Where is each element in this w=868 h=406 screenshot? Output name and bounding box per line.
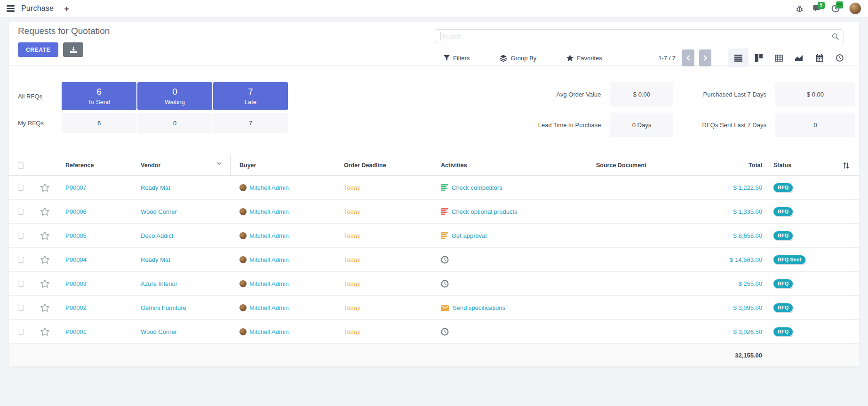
row-checkbox[interactable] xyxy=(18,329,24,335)
buyer-link[interactable]: Mitchell Admin xyxy=(249,184,289,191)
table-row[interactable]: P00002 Gemini Furniture Mitchell Admin T… xyxy=(9,296,859,320)
favorite-star-icon[interactable] xyxy=(40,255,49,264)
reference-link[interactable]: P00006 xyxy=(65,208,87,215)
status-badge: RFQ Sent xyxy=(773,255,805,264)
reference-link[interactable]: P00004 xyxy=(65,256,87,263)
total-value: $ 255.00 xyxy=(738,280,762,287)
my-late-value[interactable]: 7 xyxy=(213,113,288,133)
header-status[interactable]: Status xyxy=(764,162,833,169)
buyer-link[interactable]: Mitchell Admin xyxy=(249,280,289,287)
reference-link[interactable]: P00003 xyxy=(65,280,87,287)
vendor-link[interactable]: Gemini Furniture xyxy=(141,304,186,311)
pager-next-button[interactable] xyxy=(699,49,711,66)
header-activities[interactable]: Activities xyxy=(432,162,587,169)
tile-to-send[interactable]: 6 To Send xyxy=(62,82,136,110)
view-kanban-button[interactable] xyxy=(749,49,769,67)
activity-type-icon[interactable] xyxy=(441,232,448,239)
vendor-link[interactable]: Deco Addict xyxy=(141,232,173,239)
reference-link[interactable]: P00002 xyxy=(65,304,87,311)
table-row[interactable]: P00007 Ready Mat Mitchell Admin Today Ch… xyxy=(9,176,859,200)
favorites-button[interactable]: Favorites xyxy=(566,55,602,62)
vendor-link[interactable]: Ready Mat xyxy=(141,256,170,263)
activity-type-icon[interactable] xyxy=(441,184,448,191)
reference-link[interactable]: P00007 xyxy=(65,184,87,191)
row-checkbox[interactable] xyxy=(18,281,24,287)
activity-type-icon[interactable] xyxy=(441,328,449,336)
activity-link[interactable]: Get approval xyxy=(452,232,486,239)
favorite-star-icon[interactable] xyxy=(40,279,49,288)
activity-link[interactable]: Check optional products xyxy=(452,208,517,215)
pager-previous-button[interactable] xyxy=(682,49,694,66)
reference-link[interactable]: P00001 xyxy=(65,328,87,335)
buyer-link[interactable]: Mitchell Admin xyxy=(249,256,289,263)
activity-type-icon[interactable] xyxy=(441,208,448,215)
kpi-avg-order-value: $ 0.00 xyxy=(610,82,673,106)
activity-type-icon[interactable] xyxy=(441,256,449,264)
search-input[interactable] xyxy=(442,33,832,40)
table-row[interactable]: P00001 Wood Corner Mitchell Admin Today … xyxy=(9,320,859,344)
optional-columns-button[interactable] xyxy=(833,162,859,169)
group-by-button[interactable]: Group By xyxy=(500,55,536,62)
reference-link[interactable]: P00005 xyxy=(65,232,87,239)
export-button[interactable] xyxy=(63,42,83,57)
row-checkbox[interactable] xyxy=(18,209,24,215)
debug-bug-icon[interactable] xyxy=(796,5,804,13)
header-order-deadline[interactable]: Order Deadline xyxy=(335,162,432,169)
header-reference[interactable]: Reference xyxy=(56,162,132,169)
search-bar[interactable] xyxy=(435,29,844,43)
messages-icon[interactable]: 5 xyxy=(813,5,822,13)
view-calendar-button[interactable] xyxy=(809,49,829,67)
buyer-link[interactable]: Mitchell Admin xyxy=(249,232,289,239)
apps-menu-icon[interactable] xyxy=(7,5,15,11)
search-icon[interactable] xyxy=(832,33,839,40)
activities-count-badge: 9 xyxy=(836,1,843,8)
tile-late[interactable]: 7 Late xyxy=(213,82,288,110)
view-activity-button[interactable] xyxy=(829,49,850,67)
filters-button[interactable]: Filters xyxy=(444,55,470,62)
header-source-document[interactable]: Source Document xyxy=(587,162,682,169)
activity-type-icon[interactable] xyxy=(441,280,449,288)
new-tab-button[interactable]: + xyxy=(64,4,69,13)
header-total[interactable]: Total xyxy=(682,162,764,169)
user-avatar[interactable] xyxy=(849,2,861,15)
header-vendor[interactable]: Vendor xyxy=(132,155,231,176)
table-row[interactable]: P00004 Ready Mat Mitchell Admin Today $ … xyxy=(9,248,859,272)
vendor-link[interactable]: Wood Corner xyxy=(141,328,177,335)
favorite-star-icon[interactable] xyxy=(40,207,49,216)
favorite-star-icon[interactable] xyxy=(40,327,49,336)
view-list-button[interactable] xyxy=(728,49,749,67)
select-all-checkbox[interactable] xyxy=(18,162,24,169)
activities-clock-icon[interactable]: 9 xyxy=(831,4,840,13)
create-button[interactable]: CREATE xyxy=(18,42,58,57)
adjust-columns-icon xyxy=(843,162,850,169)
table-row[interactable]: P00006 Wood Corner Mitchell Admin Today … xyxy=(9,200,859,224)
total-value: $ 1,335.00 xyxy=(733,208,762,215)
view-graph-button[interactable] xyxy=(789,49,809,67)
favorite-star-icon[interactable] xyxy=(40,183,49,192)
row-checkbox[interactable] xyxy=(18,185,24,191)
my-to-send-value[interactable]: 6 xyxy=(62,113,136,133)
buyer-avatar xyxy=(239,232,247,239)
activity-link[interactable]: Check competitors xyxy=(452,184,502,191)
favorite-star-icon[interactable] xyxy=(40,303,49,312)
tile-waiting[interactable]: 0 Waiting xyxy=(137,82,212,110)
row-checkbox[interactable] xyxy=(18,257,24,263)
order-deadline-value: Today xyxy=(344,304,360,311)
buyer-link[interactable]: Mitchell Admin xyxy=(249,208,289,215)
activity-link[interactable]: Send specifications xyxy=(453,304,505,311)
buyer-link[interactable]: Mitchell Admin xyxy=(249,304,289,311)
header-buyer[interactable]: Buyer xyxy=(231,162,335,169)
vendor-link[interactable]: Ready Mat xyxy=(141,184,170,191)
view-pivot-button[interactable] xyxy=(769,49,789,67)
row-checkbox[interactable] xyxy=(18,233,24,239)
row-checkbox[interactable] xyxy=(18,305,24,311)
app-name[interactable]: Purchase xyxy=(21,4,54,13)
buyer-link[interactable]: Mitchell Admin xyxy=(249,328,289,335)
my-waiting-value[interactable]: 0 xyxy=(137,113,212,133)
vendor-link[interactable]: Wood Corner xyxy=(141,208,177,215)
table-row[interactable]: P00003 Azure Interior Mitchell Admin Tod… xyxy=(9,272,859,296)
table-row[interactable]: P00005 Deco Addict Mitchell Admin Today … xyxy=(9,224,859,248)
activity-type-icon[interactable] xyxy=(441,305,449,311)
vendor-link[interactable]: Azure Interior xyxy=(141,280,177,287)
favorite-star-icon[interactable] xyxy=(40,231,49,240)
